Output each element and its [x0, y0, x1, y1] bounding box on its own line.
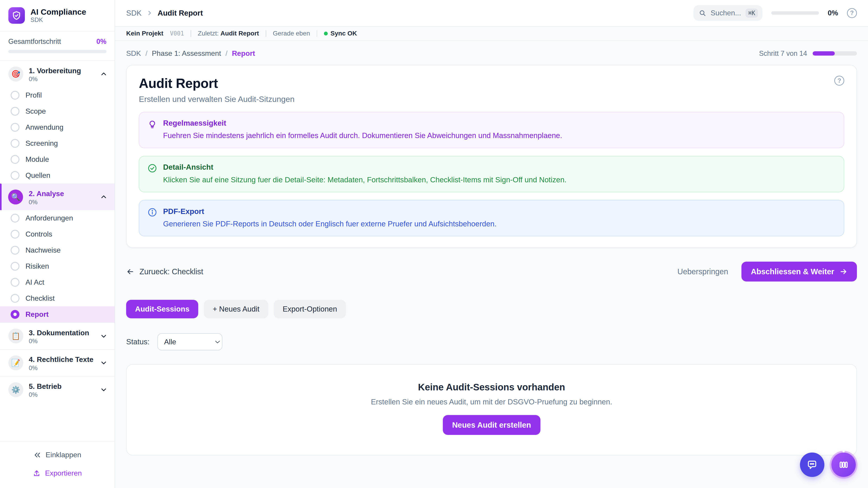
overall-progress: Gesamtfortschritt 0% [0, 31, 115, 61]
tab-audit-sessions[interactable]: Audit-Sessions [126, 300, 198, 318]
overall-progress-value: 0% [96, 37, 106, 45]
finish-next-button[interactable]: Abschliessen & Weiter [741, 262, 857, 282]
item-radio-icon [11, 294, 20, 303]
info-box-body: Fuehren Sie mindestens jaehrlich ein for… [163, 130, 562, 141]
app-window: AI Compliance SDK Gesamtfortschritt 0% 🎯… [0, 0, 868, 488]
breadcrumb-current: Audit Report [158, 9, 203, 18]
item-radio-icon [11, 107, 20, 116]
sidebar-item-checklist[interactable]: Checklist [0, 290, 115, 306]
target-icon: 🎯 [8, 66, 23, 81]
gear-icon: ⚙️ [8, 382, 23, 397]
chevron-up-icon [100, 194, 107, 200]
item-radio-icon [11, 230, 20, 238]
kanban-fab-button[interactable] [831, 453, 856, 477]
phase-breadcrumb-root[interactable]: SDK [126, 49, 141, 58]
section-percent: 0% [29, 76, 95, 83]
sidebar-item-module[interactable]: Module [0, 151, 115, 167]
item-radio-icon [11, 123, 20, 132]
sidebar-item-screening[interactable]: Screening [0, 135, 115, 151]
empty-state-subtitle: Erstellen Sie ein neues Audit, um mit de… [138, 398, 845, 406]
card-help-icon[interactable]: ? [834, 76, 844, 86]
sidebar-section-analyse[interactable]: 🔍 2. Analyse 0% [0, 184, 115, 210]
last-saved-time: Gerade eben [273, 30, 310, 37]
export-button[interactable]: Exportieren [5, 465, 109, 481]
info-circle-icon [148, 207, 157, 229]
empty-state-card: Keine Audit-Sessions vorhanden Erstellen… [126, 364, 857, 455]
info-box-body: Klicken Sie auf eine Sitzung fuer die De… [163, 174, 567, 185]
section-label: 1. Vorbereitung [29, 67, 81, 75]
section-percent: 0% [29, 199, 95, 206]
overall-progress-bar [8, 50, 106, 53]
audit-report-card: Audit Report ? Erstellen und verwalten S… [126, 65, 857, 248]
columns-icon [838, 459, 849, 470]
chat-fab-button[interactable] [800, 453, 825, 477]
phase-breadcrumb-row: SDK / Phase 1: Assessment / Report Schri… [126, 49, 857, 58]
sidebar-header: AI Compliance SDK [0, 0, 115, 31]
item-radio-icon [11, 246, 20, 255]
shield-check-icon [11, 11, 22, 21]
create-audit-button[interactable]: Neues Audit erstellen [443, 415, 540, 435]
tab-export-optionen[interactable]: Export-Optionen [274, 300, 346, 318]
sidebar-section-betrieb[interactable]: ⚙️ 5. Betrieb 0% [0, 376, 115, 403]
breadcrumb-root[interactable]: SDK [126, 9, 142, 18]
info-box-title: PDF-Export [163, 207, 497, 216]
sidebar-item-controls[interactable]: Controls [0, 226, 115, 242]
app-logo [8, 7, 25, 24]
item-radio-icon [11, 278, 20, 287]
tab-bar: Audit-Sessions + Neues Audit Export-Opti… [126, 300, 857, 318]
help-icon[interactable]: ? [847, 8, 857, 18]
sidebar-item-anwendung[interactable]: Anwendung [0, 119, 115, 135]
phase-breadcrumb-phase[interactable]: Phase 1: Assessment [152, 49, 221, 58]
sidebar: AI Compliance SDK Gesamtfortschritt 0% 🎯… [0, 0, 115, 488]
info-box-title: Detail-Ansicht [163, 163, 567, 171]
sidebar-item-ai-act[interactable]: AI Act [0, 274, 115, 290]
topbar-progress-bar [771, 11, 819, 15]
breadcrumb: SDK Audit Report [126, 9, 203, 18]
sidebar-item-scope[interactable]: Scope [0, 103, 115, 119]
arrow-left-icon [126, 267, 134, 276]
wizard-nav-row: Zurueck: Checklist Ueberspringen Abschli… [126, 262, 857, 282]
sidebar-section-rechtliche-texte[interactable]: 📝 4. Rechtliche Texte 0% [0, 349, 115, 376]
sidebar-item-anforderungen[interactable]: Anforderungen [0, 210, 115, 226]
app-identity: AI Compliance SDK [31, 7, 86, 24]
page-title: Audit Report [139, 76, 218, 91]
clipboard-icon: 📋 [8, 328, 23, 344]
sidebar-item-risiken[interactable]: Risiken [0, 258, 115, 274]
divider [266, 30, 266, 37]
magnifier-icon: 🔍 [8, 190, 23, 204]
status-filter-select[interactable]: Alle [157, 333, 223, 350]
topbar-progress-value: 0% [828, 9, 838, 17]
section-label: 2. Analyse [29, 190, 64, 198]
app-title: AI Compliance [31, 7, 86, 17]
divider [317, 30, 317, 37]
info-box-body: Generieren Sie PDF-Reports in Deutsch od… [163, 219, 497, 229]
phase-breadcrumb: SDK / Phase 1: Assessment / Report [126, 49, 255, 58]
skip-button[interactable]: Ueberspringen [677, 267, 728, 276]
arrow-right-icon [839, 267, 848, 276]
item-radio-icon [11, 139, 20, 148]
page-content: SDK / Phase 1: Assessment / Report Schri… [115, 41, 868, 488]
lightbulb-icon [148, 120, 157, 141]
tab-neues-audit[interactable]: + Neues Audit [204, 300, 268, 318]
status-filter-label: Status: [126, 337, 149, 346]
sidebar-item-profil[interactable]: Profil [0, 87, 115, 103]
chevron-up-icon [100, 71, 107, 77]
search-shortcut-badge: ⌘K [745, 8, 758, 18]
sidebar-item-nachweise[interactable]: Nachweise [0, 242, 115, 258]
item-radio-selected-icon [11, 310, 20, 319]
info-box-detail-ansicht: Detail-Ansicht Klicken Sie auf eine Sitz… [139, 156, 844, 192]
page-subtitle: Erstellen und verwalten Sie Audit-Sitzun… [139, 95, 844, 104]
fab-notch [842, 451, 845, 453]
step-indicator: Schritt 7 von 14 [759, 50, 857, 57]
empty-state-title: Keine Audit-Sessions vorhanden [138, 382, 845, 393]
sidebar-section-dokumentation[interactable]: 📋 3. Dokumentation 0% [0, 322, 115, 349]
sidebar-item-quellen[interactable]: Quellen [0, 167, 115, 184]
item-radio-icon [11, 91, 20, 100]
search-input[interactable]: Suchen... ⌘K [693, 5, 763, 21]
sidebar-section-vorbereitung[interactable]: 🎯 1. Vorbereitung 0% [0, 61, 115, 87]
back-button[interactable]: Zurueck: Checklist [126, 267, 203, 276]
sidebar-item-report[interactable]: Report [0, 306, 115, 322]
collapse-sidebar-button[interactable]: Einklappen [5, 447, 109, 463]
step-progress-bar [813, 51, 857, 56]
memo-icon: 📝 [8, 355, 23, 370]
